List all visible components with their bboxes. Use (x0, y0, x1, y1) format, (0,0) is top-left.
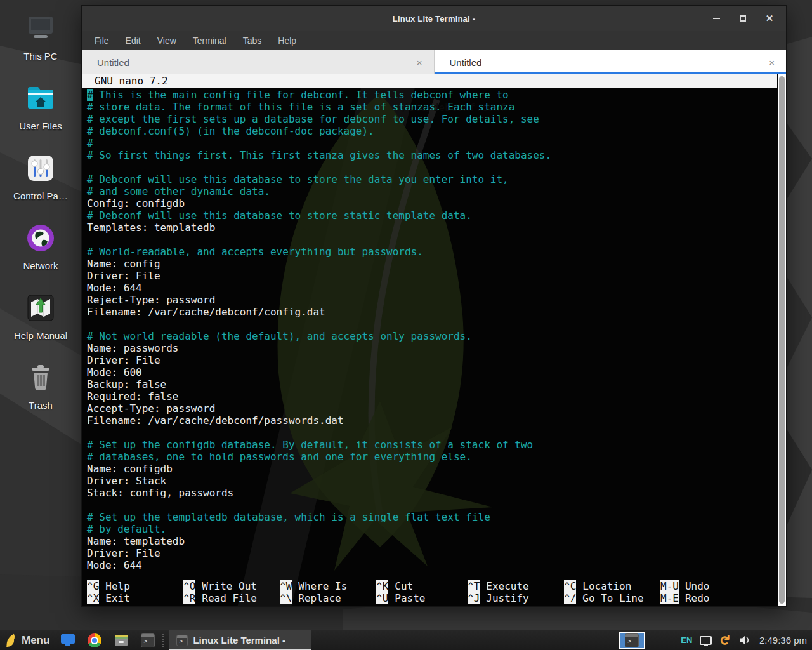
window-controls: ✕ (711, 6, 775, 31)
close-icon[interactable]: ✕ (764, 13, 775, 23)
volume-icon[interactable] (738, 635, 750, 646)
archive-launcher[interactable] (113, 632, 129, 649)
desktop: This PC User Files (0, 0, 812, 650)
start-menu-button[interactable]: Menu (5, 633, 49, 648)
window-titlebar[interactable]: Linux Lite Terminal - ✕ (82, 6, 786, 31)
shortcut-row-1: ^GHelp^OWrite Out^WWhere Is^KCut^TExecut… (87, 580, 777, 592)
desktop-icon-user-files[interactable]: User Files (0, 80, 81, 146)
window-title: Linux Lite Terminal - (82, 6, 786, 31)
nano-shortcut-bar: ^GHelp^OWrite Out^WWhere Is^KCut^TExecut… (82, 580, 777, 606)
editor-line: # (87, 137, 786, 149)
menu-item-file[interactable]: File (95, 36, 109, 46)
menu-item-view[interactable]: View (157, 36, 176, 46)
editor-line: # This is the main config file for debco… (87, 89, 786, 101)
nano-shortcut: ^RRead File (183, 592, 280, 604)
terminal-screen[interactable]: GNU nano 7.2 /etc/debconf.conf # This is… (82, 74, 786, 606)
desktop-icon-label: This PC (23, 51, 57, 62)
nano-version: GNU nano 7.2 (95, 74, 168, 88)
maximize-icon[interactable] (738, 13, 748, 23)
editor-line: Driver: Stack (87, 475, 786, 487)
tab-untitled-1[interactable]: Untitled × (82, 50, 435, 74)
text-cursor: # (87, 89, 93, 101)
editor-line: # debconf.conf(5) (in the debconf-doc pa… (87, 125, 786, 137)
task-button-label: Linux Lite Terminal - (193, 635, 285, 646)
chrome-icon (88, 633, 102, 647)
editor-blank-area (82, 571, 786, 580)
editor-line: Filename: /var/cache/debconf/passwords.d… (87, 415, 786, 427)
terminal-icon: >_ (176, 635, 188, 646)
editor-line (87, 161, 786, 173)
desktop-icon-this-pc[interactable]: This PC (0, 10, 81, 76)
home-folder-icon (22, 80, 59, 117)
menu-item-terminal[interactable]: Terminal (193, 36, 226, 46)
desktop-icon-network[interactable]: Network (0, 220, 81, 286)
system-tray: >_ EN ↻ 2:49:36 pm (619, 632, 807, 649)
editor-line: Templates: templatedb (87, 222, 786, 234)
editor-line: Name: passwords (87, 342, 786, 354)
nano-shortcut: M-UUndo (660, 580, 777, 592)
nano-shortcut: ^OWrite Out (183, 580, 280, 592)
scrollbar-track[interactable] (778, 74, 786, 606)
nano-titlebar: GNU nano 7.2 /etc/debconf.conf (82, 74, 777, 88)
desktop-icon-control-panel[interactable]: Control Pa… (0, 150, 81, 216)
editor-line: # except the first sets up a database fo… (87, 113, 786, 125)
desktop-icon-trash[interactable]: Trash (0, 359, 81, 425)
editor-line: Mode: 644 (87, 559, 786, 571)
display-settings-icon[interactable] (700, 636, 712, 645)
language-indicator[interactable]: EN (681, 635, 692, 645)
editor-line: # Not world readable (the default), and … (87, 330, 786, 342)
nano-shortcut: ^UPaste (376, 592, 468, 604)
desktop-icon-label: User Files (19, 121, 62, 131)
tab-untitled-2[interactable]: Untitled × (435, 50, 787, 74)
editor-line: # store data. The format of this file is… (87, 101, 786, 113)
editor-lines[interactable]: # This is the main config file for debco… (82, 88, 786, 571)
shortcut-row-2: ^XExit^RRead File^\Replace^UPaste^JJusti… (87, 592, 777, 604)
menu-label: Menu (22, 634, 49, 647)
taskbar-separator (162, 634, 164, 647)
control-panel-icon (22, 150, 59, 187)
desktop-icon-label: Help Manual (14, 330, 67, 341)
editor-line: Mode: 600 (87, 366, 786, 378)
desktop-icon-label: Trash (29, 400, 53, 411)
editor-line (87, 234, 786, 246)
clock[interactable]: 2:49:36 pm (759, 635, 807, 646)
editor-line: # World-readable, and accepts everything… (87, 246, 786, 258)
scrollbar-thumb[interactable] (779, 76, 785, 604)
nano-shortcut: ^JJustify (468, 592, 564, 604)
trash-icon (22, 359, 59, 396)
terminal-icon: >_ (141, 633, 155, 647)
tab-close-icon[interactable]: × (416, 57, 424, 68)
update-notifier-icon[interactable]: ↻ (719, 635, 732, 646)
editor-line: Driver: File (87, 547, 786, 559)
nano-shortcut: ^WWhere Is (280, 580, 376, 592)
tab-label: Untitled (450, 57, 482, 68)
linux-lite-logo-icon (5, 633, 16, 648)
terminal-window: Linux Lite Terminal - ✕ FileEditViewTerm… (81, 5, 787, 607)
tab-close-icon[interactable]: × (768, 57, 776, 68)
editor-line: Backup: false (87, 378, 786, 390)
menu-item-help[interactable]: Help (278, 36, 296, 46)
blue-display-icon (60, 633, 75, 647)
menu-item-edit[interactable]: Edit (126, 36, 141, 46)
editor-line: Reject-Type: password (87, 294, 786, 306)
editor-line: Config: configdb (87, 197, 786, 209)
editor-line: Name: config (87, 258, 786, 270)
desktop-icon-help-manual[interactable]: Help Manual (0, 289, 81, 355)
taskbar: Menu >_ >_ Linux Lite Terminal - (0, 630, 812, 650)
menu-bar: FileEditViewTerminalTabsHelp (82, 31, 786, 50)
editor-line: Filename: /var/cache/debconf/config.dat (87, 306, 786, 318)
nano-shortcut: ^XExit (87, 592, 183, 604)
task-button-terminal[interactable]: >_ Linux Lite Terminal - (169, 630, 311, 650)
editor-line: Required: false (87, 390, 786, 402)
editor-line: # Debconf will use this database to stor… (87, 173, 786, 185)
menu-item-tabs[interactable]: Tabs (243, 36, 262, 46)
chrome-launcher[interactable] (86, 632, 103, 649)
file-manager-launcher[interactable] (60, 632, 76, 649)
nano-shortcut: ^CLocation (564, 580, 660, 592)
editor-line: Name: templatedb (87, 535, 786, 547)
nano-shortcut: ^TExecute (468, 580, 564, 592)
terminal-launcher[interactable]: >_ (140, 632, 156, 649)
tab-bar: Untitled × Untitled × (82, 50, 786, 74)
tray-terminal-button[interactable]: >_ (619, 632, 645, 649)
minimize-icon[interactable] (711, 13, 721, 23)
